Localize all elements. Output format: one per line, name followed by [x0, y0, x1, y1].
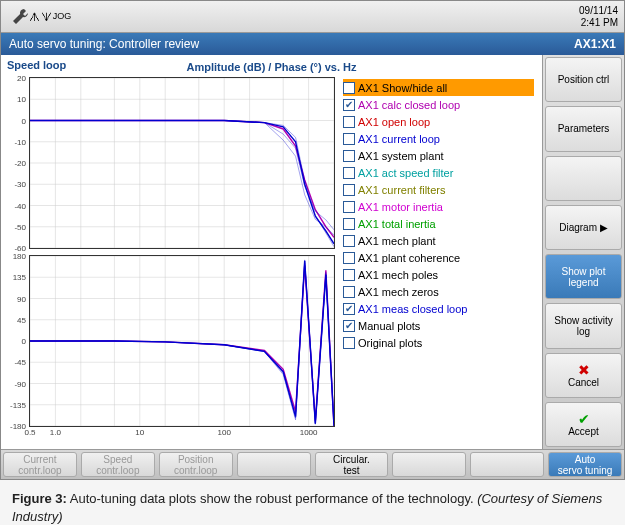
jog-label: JOG — [53, 12, 72, 21]
phase-plot[interactable]: 18013590450-45-90-135-180 0.51.010100100… — [29, 255, 335, 427]
position-contrloop-tab[interactable]: Positioncontr.loop — [159, 452, 233, 477]
checkbox-icon[interactable] — [343, 133, 355, 145]
tab-label: Autoservo tuning — [558, 454, 612, 476]
checkbox-icon[interactable] — [343, 269, 355, 281]
diagram-button[interactable]: Diagram ▶ — [545, 205, 622, 250]
blank-tab-1[interactable] — [237, 452, 311, 477]
legend-item[interactable]: AX1 motor inertia — [343, 198, 534, 215]
legend-label: AX1 mech poles — [358, 269, 438, 281]
main-area: Speed loop Amplitude (dB) / Phase (°) vs… — [1, 55, 624, 449]
date-text: 09/11/14 — [579, 5, 618, 17]
button-icon: ✖ — [578, 363, 590, 377]
legend-item[interactable]: AX1 current loop — [343, 130, 534, 147]
legend-item[interactable]: AX1 current filters — [343, 181, 534, 198]
blank-tab-2[interactable] — [392, 452, 466, 477]
auto-servo-tuning-tab[interactable]: Autoservo tuning — [548, 452, 622, 477]
x-tick: 0.5 — [24, 428, 35, 437]
tab-label: Currentcontr.loop — [18, 454, 61, 476]
checkbox-icon[interactable] — [343, 286, 355, 298]
accept-button[interactable]: ✔Accept — [545, 402, 622, 447]
legend-item[interactable]: AX1 act speed filter — [343, 164, 534, 181]
show-plot-legend-button[interactable]: Show plot legend — [545, 254, 622, 299]
legend-item[interactable]: AX1 mech zeros — [343, 283, 534, 300]
legend-label: Original plots — [358, 337, 422, 349]
figure-caption: Figure 3: Auto-tuning data plots show th… — [0, 480, 625, 525]
checkbox-icon[interactable] — [343, 201, 355, 213]
tab-label: Circular.test — [333, 454, 370, 476]
y-tick: 0 — [22, 116, 26, 125]
legend-label: AX1 plant coherence — [358, 252, 460, 264]
y-tick: -50 — [14, 222, 26, 231]
y-tick: 135 — [13, 273, 26, 282]
button-label: Position ctrl — [558, 74, 610, 85]
legend-label: AX1 current filters — [358, 184, 445, 196]
amplitude-plot[interactable]: 20100-10-20-30-40-50-60 — [29, 77, 335, 249]
show-activity-log-button[interactable]: Show activity log — [545, 303, 622, 348]
checkbox-icon[interactable]: ✔ — [343, 303, 355, 315]
y-tick: -10 — [14, 137, 26, 146]
legend-item[interactable]: ✔AX1 calc closed loop — [343, 96, 534, 113]
plot-title: Amplitude (dB) / Phase (°) vs. Hz — [5, 59, 538, 73]
x-tick: 1.0 — [50, 428, 61, 437]
cancel-button[interactable]: ✖Cancel — [545, 353, 622, 398]
legend-item[interactable]: AX1 Show/hide all — [343, 79, 534, 96]
app-window: ⩚⩛ JOG 09/11/14 2:41 PM Auto servo tunin… — [0, 0, 625, 480]
button-label: Parameters — [558, 123, 610, 134]
content-area: Speed loop Amplitude (dB) / Phase (°) vs… — [1, 55, 542, 449]
legend-item[interactable]: ✔AX1 meas closed loop — [343, 300, 534, 317]
y-tick: -20 — [14, 159, 26, 168]
checkbox-icon[interactable]: ✔ — [343, 320, 355, 332]
checkbox-icon[interactable] — [343, 82, 355, 94]
legend-item[interactable]: Original plots — [343, 334, 534, 351]
jog-button[interactable]: ⩚⩛ JOG — [37, 4, 63, 30]
parameters-button[interactable]: Parameters — [545, 106, 622, 151]
legend-label: AX1 current loop — [358, 133, 440, 145]
title-bar: Auto servo tuning: Controller review AX1… — [1, 33, 624, 55]
checkbox-icon[interactable] — [343, 218, 355, 230]
sidebar: Position ctrlParametersDiagram ▶Show plo… — [542, 55, 624, 449]
legend-item[interactable]: AX1 total inertia — [343, 215, 534, 232]
checkbox-icon[interactable] — [343, 116, 355, 128]
x-tick: 10 — [135, 428, 144, 437]
button-label: Show plot legend — [548, 266, 619, 288]
checkbox-icon[interactable] — [343, 252, 355, 264]
y-tick: -135 — [10, 400, 26, 409]
checkbox-icon[interactable] — [343, 184, 355, 196]
y-tick: -40 — [14, 201, 26, 210]
legend-item[interactable]: AX1 mech plant — [343, 232, 534, 249]
legend-item[interactable]: AX1 plant coherence — [343, 249, 534, 266]
x-tick: 100 — [218, 428, 231, 437]
button-icon: ✔ — [578, 412, 590, 426]
checkbox-icon[interactable] — [343, 150, 355, 162]
legend-item[interactable]: AX1 open loop — [343, 113, 534, 130]
y-tick: 45 — [17, 315, 26, 324]
legend-label: AX1 calc closed loop — [358, 99, 460, 111]
legend-label: AX1 mech zeros — [358, 286, 439, 298]
speed-contrloop-tab[interactable]: Speedcontr.loop — [81, 452, 155, 477]
checkbox-icon[interactable]: ✔ — [343, 99, 355, 111]
checkbox-icon[interactable] — [343, 337, 355, 349]
position-ctrl-button[interactable]: Position ctrl — [545, 57, 622, 102]
time-text: 2:41 PM — [579, 17, 618, 29]
blank-button-1[interactable] — [545, 156, 622, 201]
legend-label: AX1 total inertia — [358, 218, 436, 230]
circular-test-tab[interactable]: Circular.test — [315, 452, 389, 477]
checkbox-icon[interactable] — [343, 167, 355, 179]
y-tick: -30 — [14, 180, 26, 189]
y-tick: 180 — [13, 252, 26, 261]
y-tick: -90 — [14, 379, 26, 388]
axis-indicator: AX1:X1 — [574, 37, 616, 51]
button-label: Cancel — [568, 377, 599, 388]
legend-item[interactable]: AX1 mech poles — [343, 266, 534, 283]
button-label: Diagram ▶ — [559, 222, 608, 233]
speed-loop-label: Speed loop — [7, 59, 66, 71]
legend-label: AX1 motor inertia — [358, 201, 443, 213]
caption-fig: Figure 3: — [12, 491, 67, 506]
legend-label: AX1 act speed filter — [358, 167, 453, 179]
blank-tab-3[interactable] — [470, 452, 544, 477]
tab-label: Positioncontr.loop — [174, 454, 217, 476]
legend-item[interactable]: ✔Manual plots — [343, 317, 534, 334]
legend-item[interactable]: AX1 system plant — [343, 147, 534, 164]
checkbox-icon[interactable] — [343, 235, 355, 247]
current-contrloop-tab[interactable]: Currentcontr.loop — [3, 452, 77, 477]
